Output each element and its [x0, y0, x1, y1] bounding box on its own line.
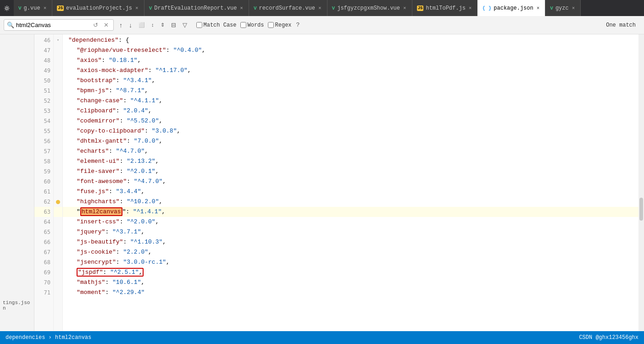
fold-empty	[54, 237, 62, 247]
code-lines[interactable]: "dependencies": { "@riophae/vue-treesele…	[63, 34, 644, 331]
prev-match-button[interactable]: ↑	[117, 20, 125, 30]
fold-empty	[54, 106, 62, 116]
main-area: tings.json 46 47 48 49 50 51 52 53 54 55…	[0, 34, 644, 331]
tab-label: DraftEvaluationReport.vue	[154, 5, 237, 11]
code-line-58: "element-ui": "2.13.2",	[63, 156, 644, 166]
search-nav-buttons: ↑ ↓ ⬜ ↕ ⇕ ⊟ ▽	[117, 20, 190, 30]
fold-empty	[54, 45, 62, 55]
settings-icon[interactable]	[0, 0, 14, 16]
line-num: 51	[34, 86, 50, 96]
fold-arrow[interactable]: ▾	[54, 35, 62, 45]
search-result-outline: "jspdf": "^2.5.1",	[77, 268, 144, 277]
code-line-71: "moment": "^2.29.4"	[63, 288, 644, 298]
collapse-button[interactable]: ⇕	[158, 20, 167, 30]
tab-close-icon[interactable]: ×	[402, 5, 407, 12]
fold-empty	[54, 136, 62, 146]
code-line-51: "bpmn-js": "^8.7.1",	[63, 86, 644, 96]
code-line-46: "dependencies": {	[63, 35, 644, 45]
code-line-56: "dhtmlx-gantt": "7.0.0",	[63, 136, 644, 146]
next-match-button[interactable]: ↓	[126, 20, 135, 30]
fold-empty	[54, 146, 62, 156]
code-line-52: "change-case": "^4.1.1",	[63, 96, 644, 106]
search-bar: 🔍 ↺ ✕ ↑ ↓ ⬜ ↕ ⇕ ⊟ ▽ Match Case Words Reg…	[0, 16, 644, 34]
line-num: 69	[34, 267, 50, 277]
fold-empty	[54, 116, 62, 126]
tab-gyzc[interactable]: V gyzc ×	[545, 0, 581, 16]
words-option[interactable]: Words	[240, 22, 264, 28]
fold-empty	[54, 267, 62, 277]
tab-close-icon[interactable]: ×	[134, 5, 139, 12]
tab-close-icon[interactable]: ×	[239, 5, 244, 12]
match-case-option[interactable]: Match Case	[196, 22, 237, 28]
funnel-button[interactable]: ▽	[180, 20, 190, 30]
tab-jsfgyzcpgxmshow[interactable]: V jsfgyzcpgxmShow.vue ×	[328, 0, 412, 16]
regex-option[interactable]: Regex	[268, 22, 292, 28]
search-close-button[interactable]: ✕	[102, 21, 111, 29]
tab-recordsurface[interactable]: V recordSurface.vue ×	[249, 0, 328, 16]
select-all-button[interactable]: ⬜	[136, 20, 148, 30]
tab-g-vue[interactable]: V g.vue ×	[14, 0, 52, 16]
right-scrollbar-track[interactable]	[638, 34, 644, 331]
search-input-wrapper: 🔍 ↺ ✕	[4, 19, 114, 31]
search-icon: 🔍	[7, 22, 14, 29]
tab-close-icon[interactable]: ×	[571, 5, 576, 12]
regex-checkbox[interactable]	[268, 22, 274, 28]
search-reset-button[interactable]: ↺	[91, 21, 100, 29]
line-num: 64	[34, 217, 50, 227]
code-line-62: "highcharts": "^10.2.0",	[63, 197, 644, 207]
expand-button[interactable]: ↕	[149, 20, 157, 30]
code-line-53: "clipboard": "2.0.4",	[63, 106, 644, 116]
tab-close-icon[interactable]: ×	[317, 5, 322, 12]
tab-label: jsfgyzcpgxmShow.vue	[337, 5, 400, 11]
tab-close-icon[interactable]: ×	[43, 5, 48, 12]
tab-package-json[interactable]: { } package.json ×	[477, 0, 545, 16]
code-line-67: "js-cookie": "2.2.0",	[63, 247, 644, 257]
code-line-54: "codemirror": "^5.52.0",	[63, 116, 644, 126]
fold-empty	[54, 288, 62, 298]
fold-empty	[54, 257, 62, 267]
fold-empty	[54, 96, 62, 106]
editor-inner: 46 47 48 49 50 51 52 53 54 55 56 57 58 5…	[34, 34, 644, 331]
left-sidebar: tings.json	[0, 34, 34, 331]
tab-js-icon: JS	[417, 6, 424, 11]
fold-empty	[54, 55, 62, 66]
line-num: 62	[34, 197, 50, 207]
tab-json-icon: { }	[482, 6, 491, 11]
right-scrollbar-thumb[interactable]	[639, 198, 643, 221]
tab-bar: V g.vue × JS evaluationProject.js × V Dr…	[0, 0, 644, 16]
tab-close-icon[interactable]: ×	[536, 5, 541, 12]
fold-empty	[54, 227, 62, 237]
words-checkbox[interactable]	[240, 22, 246, 28]
tab-draftevaluation[interactable]: V DraftEvaluationReport.vue ×	[144, 0, 249, 16]
code-line-66: "js-beautify": "^1.10.3",	[63, 237, 644, 247]
code-line-47: "@riophae/vue-treeselect": "^0.4.0",	[63, 45, 644, 55]
tab-htmltopdf[interactable]: JS htmlToPdf.js ×	[412, 0, 478, 16]
code-line-55: "copy-to-clipboard": "3.0.8",	[63, 126, 644, 136]
code-line-61: "fuse.js": "3.4.4",	[63, 187, 644, 197]
fold-empty	[54, 76, 62, 86]
fold-empty	[54, 166, 62, 177]
line-num: 54	[34, 116, 50, 126]
regex-label: Regex	[275, 22, 292, 28]
svg-point-0	[6, 7, 8, 9]
search-match-info: One match	[606, 22, 640, 28]
tab-vue-icon: V	[332, 6, 335, 11]
fold-empty	[54, 247, 62, 257]
fold-empty	[54, 66, 62, 76]
sidebar-filename: tings.json	[0, 298, 34, 313]
match-case-checkbox[interactable]	[196, 22, 202, 28]
tab-vue-icon: V	[18, 6, 22, 11]
tab-close-icon[interactable]: ×	[468, 5, 473, 12]
tab-vue-icon: V	[254, 6, 257, 11]
fold-gutter: ▾	[54, 34, 63, 331]
line-num: 57	[34, 146, 50, 156]
code-line-60: "font-awesome": "^4.7.0",	[63, 177, 644, 187]
line-num: 71	[34, 288, 50, 298]
search-input[interactable]	[16, 22, 89, 28]
code-line-65: "jquery": "^3.7.1",	[63, 227, 644, 237]
help-icon[interactable]: ?	[296, 22, 300, 28]
filter-button[interactable]: ⊟	[168, 20, 179, 30]
line-num: 48	[34, 55, 50, 66]
words-label: Words	[248, 22, 264, 28]
tab-evaluationproject[interactable]: JS evaluationProject.js ×	[52, 0, 144, 16]
